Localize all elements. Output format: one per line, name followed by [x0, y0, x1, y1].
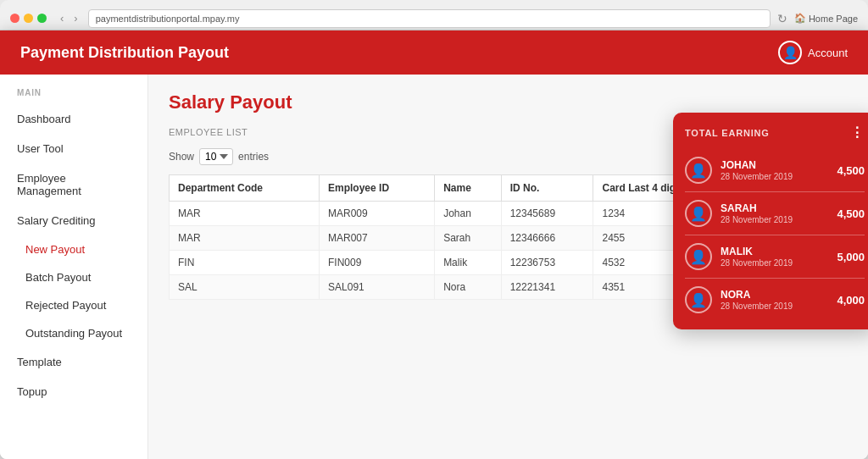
dot-close[interactable] — [10, 14, 19, 23]
home-icon: 🏠 — [794, 13, 806, 24]
earning-item: 👤 NORA 28 November 2019 4,000 — [685, 279, 865, 321]
sidebar-section-label: MAIN — [0, 88, 147, 104]
col-dept-code: Department Code — [170, 175, 320, 202]
cell-id_no: 12221341 — [501, 275, 593, 300]
earning-amount: 4,500 — [837, 164, 865, 177]
show-entries: Show 10 25 50 entries — [169, 148, 269, 165]
cell-emp_id: FIN009 — [320, 251, 435, 275]
earning-info: SARAH 28 November 2019 — [721, 202, 828, 224]
app-header: Payment Distribution Payout 👤 Account — [0, 30, 868, 75]
cell-emp_id: SAL091 — [320, 275, 435, 300]
home-page-button[interactable]: 🏠 Home Page — [794, 13, 858, 24]
main-content: Salary Payout EMPLOYEE LIST Show 10 25 5… — [148, 75, 868, 459]
browser-chrome: ‹ › paymentdistributionportal.mpay.my ↻ … — [0, 0, 868, 30]
earning-name: JOHAN — [721, 159, 828, 171]
panel-header: TOTAL EARNING ⋮ — [685, 124, 865, 141]
app-title: Payment Distribution Payout — [20, 44, 229, 62]
cell-name: Malik — [435, 251, 502, 275]
account-button[interactable]: 👤 Account — [778, 41, 848, 64]
sidebar-item-salary-crediting[interactable]: Salary Crediting — [0, 206, 147, 235]
cell-emp_id: MAR009 — [320, 202, 435, 226]
earning-name: MALIK — [721, 246, 828, 257]
account-label: Account — [808, 47, 848, 59]
earning-amount: 4,000 — [837, 294, 865, 307]
sidebar-item-outstanding-payout[interactable]: Outstanding Payout — [0, 319, 147, 347]
earning-info: JOHAN 28 November 2019 — [721, 159, 828, 181]
sidebar-label-dashboard: Dashboard — [17, 113, 71, 125]
cell-dept: SAL — [170, 275, 320, 300]
cell-id_no: 12236753 — [501, 251, 593, 275]
browser-nav: ‹ › — [57, 10, 81, 26]
earning-name: SARAH — [721, 202, 828, 214]
total-earning-panel: TOTAL EARNING ⋮ 👤 JOHAN 28 November 2019… — [673, 113, 868, 329]
earning-amount: 5,000 — [837, 251, 865, 263]
dot-fullscreen[interactable] — [37, 14, 47, 23]
address-bar[interactable]: paymentdistributionportal.mpay.my — [88, 9, 771, 28]
earning-avatar: 👤 — [685, 157, 712, 184]
panel-title: TOTAL EARNING — [685, 128, 770, 138]
cell-id_no: 12345689 — [501, 202, 593, 226]
url-text: paymentdistributionportal.mpay.my — [96, 14, 240, 24]
page-title: Salary Payout — [169, 91, 848, 113]
show-label: Show — [169, 151, 194, 163]
earning-info: NORA 28 November 2019 — [721, 289, 828, 311]
earning-info: MALIK 28 November 2019 — [721, 246, 828, 268]
sidebar-item-employee-management[interactable]: Employee Management — [0, 163, 147, 206]
col-emp-id: Employee ID — [320, 175, 435, 202]
earning-avatar: 👤 — [685, 200, 712, 227]
sidebar-label-topup: Topup — [17, 385, 47, 398]
sidebar-label-template: Template — [17, 356, 62, 368]
sidebar-label-employee-management: Employee Management — [17, 172, 81, 197]
earning-date: 28 November 2019 — [721, 215, 828, 224]
earning-item: 👤 JOHAN 28 November 2019 4,500 — [685, 149, 865, 192]
back-button[interactable]: ‹ — [57, 10, 67, 26]
sidebar-label-outstanding-payout: Outstanding Payout — [25, 327, 122, 340]
sidebar-item-template[interactable]: Template — [0, 347, 147, 377]
earning-item: 👤 SARAH 28 November 2019 4,500 — [685, 192, 865, 235]
earning-date: 28 November 2019 — [721, 301, 828, 311]
sidebar-item-batch-payout[interactable]: Batch Payout — [0, 263, 147, 291]
browser-dots — [10, 14, 47, 23]
home-page-label: Home Page — [809, 14, 858, 24]
sidebar-item-new-payout[interactable]: New Payout — [0, 235, 147, 263]
earning-date: 28 November 2019 — [721, 172, 828, 181]
entries-select[interactable]: 10 25 50 — [199, 148, 233, 165]
entries-label: entries — [238, 151, 269, 163]
app-window: Payment Distribution Payout 👤 Account MA… — [0, 30, 868, 459]
forward-button[interactable]: › — [70, 10, 81, 26]
cell-name: Sarah — [435, 226, 502, 251]
sidebar-label-new-payout: New Payout — [25, 243, 85, 256]
cell-id_no: 12346666 — [501, 226, 593, 251]
cell-emp_id: MAR007 — [320, 226, 435, 251]
dot-minimize[interactable] — [24, 14, 33, 23]
panel-menu-icon[interactable]: ⋮ — [850, 124, 865, 141]
earning-date: 28 November 2019 — [721, 258, 828, 268]
cell-dept: MAR — [170, 202, 320, 226]
sidebar-item-topup[interactable]: Topup — [0, 377, 147, 406]
refresh-button[interactable]: ↻ — [777, 12, 787, 25]
account-icon: 👤 — [778, 41, 802, 64]
earning-amount: 4,500 — [837, 207, 865, 220]
cell-dept: MAR — [170, 226, 320, 251]
app-body: MAIN Dashboard User Tool Employee Manage… — [0, 75, 868, 459]
cell-name: Nora — [435, 275, 502, 300]
cell-dept: FIN — [170, 251, 320, 275]
sidebar-label-rejected-payout: Rejected Payout — [25, 299, 106, 312]
col-id-no: ID No. — [501, 175, 593, 202]
sidebar-item-dashboard[interactable]: Dashboard — [0, 104, 147, 134]
sidebar-item-rejected-payout[interactable]: Rejected Payout — [0, 291, 147, 319]
sidebar-label-salary-crediting: Salary Crediting — [17, 214, 96, 227]
sidebar-label-batch-payout: Batch Payout — [25, 271, 91, 284]
sidebar: MAIN Dashboard User Tool Employee Manage… — [0, 75, 148, 459]
earning-item: 👤 MALIK 28 November 2019 5,000 — [685, 235, 865, 279]
sidebar-label-user-tool: User Tool — [17, 142, 64, 155]
cell-name: Johan — [435, 202, 502, 226]
earning-avatar: 👤 — [685, 286, 712, 313]
earning-name: NORA — [721, 289, 828, 301]
sidebar-item-user-tool[interactable]: User Tool — [0, 134, 147, 163]
col-name: Name — [435, 175, 502, 202]
earning-avatar: 👤 — [685, 243, 712, 270]
